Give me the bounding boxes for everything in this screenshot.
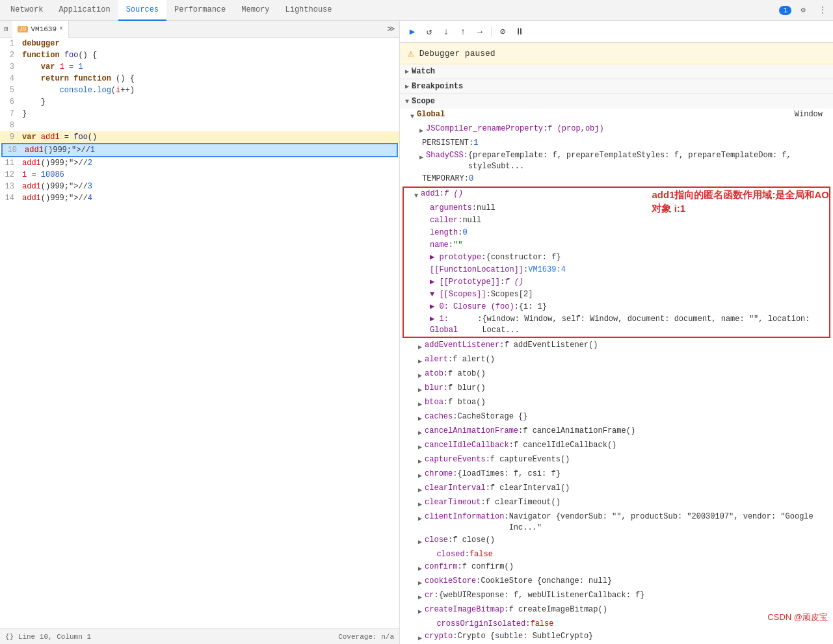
item-value: f captureEvents(): [490, 454, 570, 465]
global-scope-item[interactable]: ▶crypto: Crypto {subtle: SubtleCrypto}: [400, 630, 833, 644]
child-colon: :: [477, 314, 482, 325]
settings-icon[interactable]: ⚙: [795, 3, 811, 18]
add1-child-item[interactable]: length: 0: [404, 227, 829, 239]
resume-btn[interactable]: ▶: [405, 25, 419, 39]
debugger-toolbar: ▶ ↺ ↓ ↑ → ⊘ ⏸: [400, 21, 833, 43]
tab-lighthouse[interactable]: Lighthouse: [278, 0, 340, 21]
item-value: f alert(): [453, 354, 495, 365]
global-scope-item[interactable]: ▶alert: f alert(): [400, 354, 833, 368]
tab-memory[interactable]: Memory: [233, 0, 277, 21]
code-line-14[interactable]: 14add1()999;">//4: [0, 192, 399, 204]
scope-header[interactable]: ▼ Scope: [400, 94, 833, 109]
global-scope-item[interactable]: ▶clientInformation: Navigator {vendorSub…: [400, 511, 833, 534]
spacer: [418, 549, 427, 560]
tab-application[interactable]: Application: [51, 0, 118, 21]
watermark-text: CSDN @顽皮宝: [767, 612, 828, 623]
global-scope-item[interactable]: ▶confirm: f confirm(): [400, 561, 833, 575]
item-key: close: [425, 535, 448, 546]
add1-child-item[interactable]: arguments: null: [404, 202, 829, 214]
tree-item[interactable]: ▶ShadyCSS: {prepareTemplate: f, prepareT…: [400, 149, 833, 173]
watch-header[interactable]: ▶ Watch: [400, 64, 833, 79]
item-arrow: ▶: [418, 578, 422, 589]
item-colon: :: [486, 483, 490, 494]
global-scope-item[interactable]: ▶cancelAnimationFrame: f cancelAnimation…: [400, 425, 833, 439]
code-editor[interactable]: 1debugger2function foo() {3 var i = 14 r…: [0, 38, 399, 628]
child-value: Scopes[2]: [491, 289, 533, 300]
code-line-10[interactable]: 10add1()999;">//1: [1, 143, 398, 157]
item-colon: :: [443, 368, 448, 380]
code-line-1[interactable]: 1debugger: [0, 38, 399, 49]
tab-performance[interactable]: Performance: [166, 0, 233, 21]
code-line-8[interactable]: 8: [0, 120, 399, 131]
tree-item[interactable]: PERSISTENT: 1: [400, 137, 833, 149]
file-tab-vm1639[interactable]: JS VM1639 ×: [12, 21, 69, 38]
item-value: CookieStore {onchange: null}: [481, 576, 612, 587]
tab-network[interactable]: Network: [3, 0, 51, 21]
child-colon: :: [523, 264, 528, 276]
collapse-icon[interactable]: ≫: [383, 24, 399, 34]
line-content: var i = 1: [20, 61, 399, 73]
child-value: f (): [505, 277, 523, 288]
add1-child-item[interactable]: ▶ prototype: {constructor: f}: [404, 251, 829, 264]
item-arrow: ▶: [418, 485, 422, 496]
global-scope-item[interactable]: ▶cookieStore: CookieStore {onchange: nul…: [400, 575, 833, 589]
step-over-btn[interactable]: ↺: [422, 25, 436, 39]
add1-child-item[interactable]: ▼ [[Scopes]]: Scopes[2]: [404, 289, 829, 301]
more-icon[interactable]: ⋮: [815, 3, 830, 18]
add1-child-item[interactable]: caller: null: [404, 214, 829, 227]
add1-child-item[interactable]: [[FunctionLocation]]: VM1639:4: [404, 264, 829, 276]
child-value: {constructor: f}: [486, 252, 561, 263]
tree-item[interactable]: TEMPORARY: 0: [400, 173, 833, 185]
sidebar-toggle[interactable]: ⊞: [0, 25, 12, 33]
code-line-13[interactable]: 13add1()999;">//3: [0, 181, 399, 192]
add1-child-item[interactable]: name: "": [404, 239, 829, 251]
global-scope-item[interactable]: ▶chrome: {loadTimes: f, csi: f}: [400, 468, 833, 482]
add1-child-item[interactable]: ▶ 1: Global: {window: Window, self: Wind…: [404, 313, 829, 337]
child-key: ▶ 1: Global: [430, 314, 477, 336]
tree-item[interactable]: ▶JSCompiler_renameProperty: f (prop,obj): [400, 123, 833, 137]
code-line-9[interactable]: 9var add1 = foo(): [0, 131, 399, 143]
scope-tree-panel[interactable]: ▼ Global Window ▶JSCompiler_renameProper…: [400, 109, 833, 644]
pause-exceptions-btn[interactable]: ⏸: [512, 25, 527, 39]
global-scope-item[interactable]: ▶close: f close(): [400, 534, 833, 548]
code-line-4[interactable]: 4 return function () {: [0, 73, 399, 84]
step-out-btn[interactable]: ↑: [456, 25, 470, 39]
add1-scope-header[interactable]: ▼ add1 : f (): [404, 188, 829, 202]
step-into-btn[interactable]: ↓: [439, 25, 453, 39]
debugger-paused-text: Debugger paused: [419, 49, 496, 58]
add1-child-item[interactable]: ▶ 0: Closure (foo): {i: 1}: [404, 301, 829, 313]
deactivate-breakpoints-btn[interactable]: ⊘: [496, 25, 510, 39]
item-arrow: ▶: [418, 442, 422, 453]
global-scope-item[interactable]: ▶clearInterval: f clearInterval(): [400, 482, 833, 496]
code-line-7[interactable]: 7}: [0, 108, 399, 120]
global-arrow-icon: ▼: [410, 111, 414, 122]
breakpoints-arrow-icon: ▶: [405, 83, 409, 90]
line-content: return function () {: [20, 73, 399, 84]
code-line-3[interactable]: 3 var i = 1: [0, 61, 399, 73]
code-line-6[interactable]: 6 }: [0, 96, 399, 108]
tab-sources[interactable]: Sources: [118, 0, 166, 21]
close-tab-icon[interactable]: ×: [59, 25, 63, 32]
global-scope-item[interactable]: ▶btoa: f btoa(): [400, 396, 833, 411]
code-line-5[interactable]: 5 console.log(i++): [0, 84, 399, 96]
breakpoints-header[interactable]: ▶ Breakpoints: [400, 79, 833, 94]
global-scope-item[interactable]: ▶cr: {webUIResponse: f, webUIListenerCal…: [400, 589, 833, 604]
global-scope-item[interactable]: ▶blur: f blur(): [400, 382, 833, 396]
scope-section: ▼ Scope ▼ Global Window ▶JSCompiler_rena…: [400, 94, 833, 644]
breakpoints-label: Breakpoints: [412, 82, 463, 91]
code-line-2[interactable]: 2function foo() {: [0, 49, 399, 61]
global-scope-item[interactable]: ▶clearTimeout: f clearTimeout(): [400, 496, 833, 511]
global-scope-header[interactable]: ▼ Global Window: [400, 109, 833, 123]
global-scope-item[interactable]: closed: false: [400, 548, 833, 561]
global-scope-item[interactable]: ▶captureEvents: f captureEvents(): [400, 454, 833, 468]
global-scope-item[interactable]: ▶addEventListener: f addEventListener(): [400, 339, 833, 354]
code-line-12[interactable]: 12i = 10086: [0, 169, 399, 181]
global-scope-item[interactable]: ▶atob: f atob(): [400, 368, 833, 382]
step-btn[interactable]: →: [473, 25, 487, 39]
code-line-11[interactable]: 11add1()999;">//2: [0, 157, 399, 169]
add1-child-item[interactable]: ▶ [[Prototype]]: f (): [404, 276, 829, 289]
item-arrow: ▶: [418, 606, 422, 617]
item-key: chrome: [425, 469, 453, 480]
global-scope-item[interactable]: ▶cancelIdleCallback: f cancelIdleCallbac…: [400, 439, 833, 454]
global-scope-item[interactable]: ▶caches: CacheStorage {}: [400, 411, 833, 425]
